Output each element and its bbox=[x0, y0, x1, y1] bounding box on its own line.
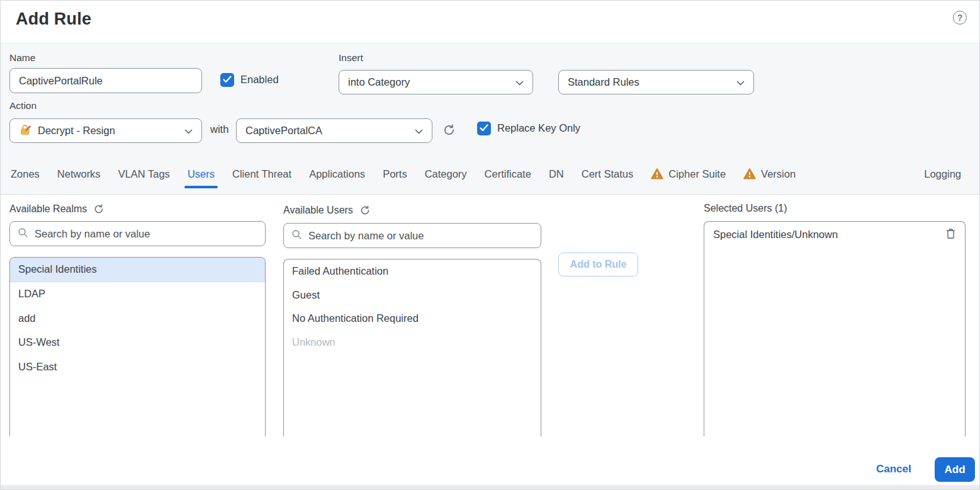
dialog-header: Add Rule ? bbox=[1, 1, 979, 43]
tab-label: Version bbox=[761, 168, 796, 180]
name-label: Name bbox=[9, 52, 35, 64]
realms-search bbox=[9, 221, 266, 246]
insert-label: Insert bbox=[339, 52, 363, 64]
tab-label: Logging bbox=[924, 168, 961, 180]
tab-users[interactable]: Users bbox=[188, 168, 215, 180]
warning-icon bbox=[743, 168, 756, 179]
tab-zones[interactable]: Zones bbox=[11, 168, 40, 180]
add-button-label: Add bbox=[944, 464, 965, 476]
tab-dn[interactable]: DN bbox=[549, 168, 564, 180]
chevron-down-icon bbox=[184, 125, 193, 137]
search-icon bbox=[291, 229, 302, 242]
insert-category-value: Standard Rules bbox=[568, 76, 639, 88]
tab-label: VLAN Tags bbox=[118, 168, 170, 180]
cancel-button[interactable]: Cancel bbox=[876, 463, 911, 476]
tab-version[interactable]: Version bbox=[743, 168, 796, 180]
realm-label: LDAP bbox=[18, 288, 45, 300]
tab-certificate[interactable]: Certificate bbox=[485, 168, 531, 180]
tab-label: Cert Status bbox=[582, 168, 634, 180]
tab-label: Users bbox=[188, 168, 215, 180]
add-button[interactable]: Add bbox=[935, 457, 975, 482]
tab-label: Client Threat bbox=[232, 168, 291, 180]
with-label: with bbox=[210, 123, 228, 135]
realms-search-input[interactable] bbox=[35, 228, 257, 240]
chevron-down-icon bbox=[515, 76, 524, 88]
refresh-realms-icon[interactable] bbox=[93, 203, 105, 215]
tab-label: Cipher Suite bbox=[668, 168, 726, 180]
refresh-users-icon[interactable] bbox=[359, 204, 371, 217]
tab-cert-status[interactable]: Cert Status bbox=[582, 168, 634, 180]
users-list: Failed Authentication Guest No Authentic… bbox=[283, 259, 541, 436]
action-value: Decrypt - Resign bbox=[38, 125, 115, 137]
ca-select[interactable]: CaptivePortalCA bbox=[236, 118, 432, 143]
chevron-down-icon bbox=[736, 76, 745, 88]
users-search-input[interactable] bbox=[308, 230, 533, 242]
replace-key-label: Replace Key Only bbox=[497, 122, 580, 134]
tab-logging[interactable]: Logging bbox=[924, 168, 961, 180]
rule-name-input[interactable] bbox=[9, 68, 202, 93]
tab-applications[interactable]: Applications bbox=[309, 168, 365, 180]
tab-label: Zones bbox=[11, 168, 40, 180]
realm-label: US-West bbox=[18, 336, 60, 348]
list-item[interactable]: No Authentication Required bbox=[284, 307, 541, 331]
list-item[interactable]: Failed Authentication bbox=[284, 259, 541, 283]
list-item[interactable]: LDAP bbox=[10, 282, 265, 307]
tab-category[interactable]: Category bbox=[425, 168, 467, 180]
selected-users-header: Selected Users (1) bbox=[704, 203, 787, 214]
user-label: Unknown bbox=[292, 336, 335, 348]
tab-label: DN bbox=[549, 168, 564, 180]
warning-icon bbox=[651, 168, 663, 179]
replace-key-checkbox[interactable] bbox=[477, 122, 491, 135]
action-label: Action bbox=[9, 100, 37, 111]
available-realms-title: Available Realms bbox=[9, 203, 87, 215]
rule-condition-tabs: Zones Networks VLAN Tags Users Client Th… bbox=[1, 162, 979, 194]
tab-label: Networks bbox=[57, 168, 101, 180]
list-item[interactable]: Special Identities bbox=[10, 258, 265, 282]
tab-label: Category bbox=[425, 168, 467, 180]
available-realms-header: Available Realms bbox=[9, 203, 105, 215]
user-label: No Authentication Required bbox=[292, 312, 419, 324]
selected-user-row: Special Identities/Unknown bbox=[704, 222, 965, 248]
tab-vlan-tags[interactable]: VLAN Tags bbox=[118, 168, 170, 180]
users-search bbox=[283, 223, 541, 248]
add-rule-dialog: Add Rule ? Name Enabled Insert into Cate… bbox=[0, 0, 980, 490]
decrypt-resign-lock-icon bbox=[19, 123, 31, 139]
tab-cipher-suite[interactable]: Cipher Suite bbox=[651, 168, 726, 180]
available-users-header: Available Users bbox=[283, 204, 371, 217]
realm-label: add bbox=[18, 312, 36, 324]
selected-users-title: Selected Users (1) bbox=[704, 203, 787, 214]
user-label: Guest bbox=[292, 289, 320, 301]
search-icon bbox=[18, 227, 28, 241]
add-to-rule-label: Add to Rule bbox=[570, 259, 627, 270]
rule-form: Name Enabled Insert into Category Standa… bbox=[1, 44, 979, 195]
list-item[interactable]: US-East bbox=[10, 355, 265, 379]
help-icon[interactable]: ? bbox=[953, 11, 967, 25]
insert-category-select[interactable]: Standard Rules bbox=[558, 70, 754, 94]
tab-label: Ports bbox=[383, 168, 407, 180]
tab-networks[interactable]: Networks bbox=[57, 168, 101, 180]
enabled-checkbox[interactable] bbox=[220, 73, 234, 87]
tab-ports[interactable]: Ports bbox=[383, 168, 407, 180]
add-to-rule-button[interactable]: Add to Rule bbox=[558, 253, 638, 276]
chevron-down-icon bbox=[415, 125, 423, 137]
list-item[interactable]: Guest bbox=[284, 283, 541, 307]
tab-label: Applications bbox=[309, 168, 365, 180]
tab-label: Certificate bbox=[485, 168, 531, 180]
check-icon bbox=[223, 74, 232, 86]
check-icon bbox=[480, 123, 488, 134]
list-item[interactable]: US-West bbox=[10, 331, 265, 355]
realm-label: Special Identities bbox=[18, 263, 97, 275]
tab-client-threat[interactable]: Client Threat bbox=[232, 168, 291, 180]
ca-value: CaptivePortalCA bbox=[245, 125, 322, 137]
action-select[interactable]: Decrypt - Resign bbox=[9, 118, 202, 143]
trash-icon[interactable] bbox=[945, 227, 957, 241]
help-glyph: ? bbox=[957, 13, 963, 23]
selected-users-list: Special Identities/Unknown bbox=[704, 221, 966, 436]
user-label: Failed Authentication bbox=[292, 265, 388, 277]
realms-list: Special Identities LDAP add US-West US-E… bbox=[9, 257, 266, 436]
list-item[interactable]: add bbox=[10, 306, 265, 331]
available-users-title: Available Users bbox=[283, 205, 353, 216]
enabled-label: Enabled bbox=[240, 74, 279, 86]
insert-position-select[interactable]: into Category bbox=[339, 70, 533, 94]
refresh-ca-icon[interactable] bbox=[442, 123, 455, 136]
